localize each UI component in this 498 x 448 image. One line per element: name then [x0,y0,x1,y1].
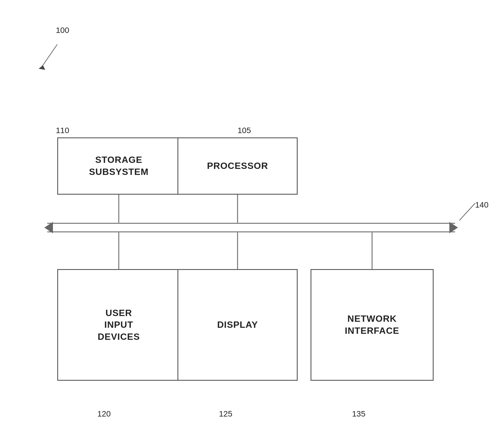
ref-135: 135 [352,409,365,419]
ref-140: 140 [475,200,489,210]
ref-110: 110 [56,126,69,135]
network-interface-box: NETWORK INTERFACE [311,269,434,381]
ref-100: 100 [56,26,69,35]
processor-box: PROCESSOR [177,137,298,195]
svg-marker-8 [44,222,53,233]
user-input-box: USER INPUT DEVICES [57,269,180,381]
ref-105: 105 [238,126,251,135]
ref-120: 120 [97,409,111,419]
ref-125: 125 [219,409,232,419]
svg-marker-5 [39,65,45,70]
diagram-container: 100 105 110 140 120 125 135 STORAGE SUBS… [0,0,498,448]
processor-label: PROCESSOR [207,160,268,172]
svg-line-10 [459,203,475,220]
user-input-label: USER INPUT DEVICES [98,307,140,343]
display-box: DISPLAY [177,269,298,381]
display-label: DISPLAY [217,319,258,331]
storage-subsystem-box: STORAGE SUBSYSTEM [57,137,180,195]
svg-line-4 [42,44,57,67]
network-interface-label: NETWORK INTERFACE [345,313,399,337]
storage-subsystem-label: STORAGE SUBSYSTEM [89,154,149,178]
svg-marker-9 [449,222,458,233]
diagram-svg [0,0,498,448]
